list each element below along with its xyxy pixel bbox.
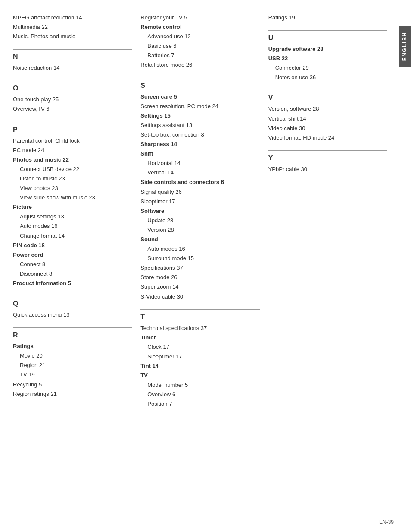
entry-1-0-5: Retail store mode 26 [140, 60, 259, 70]
entry-1-1-5: Sharpness 14 [140, 140, 259, 149]
section-divider [268, 150, 387, 151]
entry-0-5-4: Recycling 5 [13, 380, 132, 389]
letter-heading-P: P [13, 126, 132, 134]
index-columns: MPEG artefact reduction 14Multimedia 22M… [13, 13, 402, 519]
entry-0-3-15: Product information 5 [13, 279, 132, 288]
entry-0-0-2: Music. Photos and music [13, 32, 132, 41]
entry-1-2-5: TV [140, 371, 259, 380]
entry-1-2-0: Technical specifications 37 [140, 324, 259, 333]
entry-0-4-0: Quick access menu 13 [13, 310, 132, 320]
entry-1-1-20: Super zoom 14 [140, 282, 259, 292]
entry-1-2-2: Clock 17 [140, 342, 259, 352]
entry-1-1-18: Specifications 37 [140, 263, 259, 273]
section-divider [13, 327, 132, 328]
entry-0-2-0: One-touch play 25 [13, 95, 132, 104]
entry-2-3-0: YPbPr cable 30 [268, 165, 387, 174]
page-number: EN-39 [379, 519, 394, 525]
entry-2-2-1: Vertical shift 14 [268, 114, 387, 124]
entry-0-2-1: Overview,TV 6 [13, 104, 132, 114]
section-0-0: MPEG artefact reduction 14Multimedia 22M… [13, 13, 132, 41]
section-divider [13, 296, 132, 296]
section-2-2: VVersion, software 28Vertical shift 14Vi… [268, 90, 387, 142]
section-0-5: RRatingsMovie 20Region 21TV 19Recycling … [13, 327, 132, 399]
entry-1-1-10: Signal quality 26 [140, 187, 259, 197]
entry-1-1-21: S-Video cable 30 [140, 292, 259, 302]
entry-1-2-8: Position 7 [140, 399, 259, 409]
section-2-1: UUpgrade software 28USB 22Connector 29No… [268, 30, 387, 82]
entry-1-1-7: Horizontal 14 [140, 159, 259, 168]
entry-1-1-16: Auto modes 16 [140, 244, 259, 254]
column-2: Ratings 19UUpgrade software 28USB 22Conn… [268, 13, 387, 519]
entry-1-0-0: Register your TV 5 [140, 13, 259, 22]
section-divider [140, 309, 259, 310]
entry-2-1-3: Notes on use 36 [268, 73, 387, 82]
column-0: MPEG artefact reduction 14Multimedia 22M… [13, 13, 140, 519]
entry-1-1-12: Software [140, 206, 259, 216]
letter-heading-S: S [140, 82, 259, 90]
entry-0-3-11: PIN code 18 [13, 241, 132, 250]
letter-heading-R: R [13, 331, 132, 339]
entry-2-0-0: Ratings 19 [268, 13, 387, 22]
column-1: Register your TV 5Remote controlAdvanced… [140, 13, 268, 519]
language-tab: ENGLISH [399, 26, 411, 67]
entry-0-5-3: TV 19 [13, 370, 132, 380]
entry-1-0-4: Batteries 7 [140, 51, 259, 60]
entry-0-3-6: View slide show with music 23 [13, 193, 132, 202]
entry-1-2-6: Model number 5 [140, 380, 259, 390]
entry-2-1-0: Upgrade software 28 [268, 44, 387, 54]
entry-1-1-14: Version 28 [140, 225, 259, 235]
entry-1-1-6: Shift [140, 149, 259, 159]
entry-1-1-2: Settings 15 [140, 111, 259, 121]
entry-1-0-1: Remote control [140, 22, 259, 32]
letter-heading-Q: Q [13, 300, 132, 308]
entry-0-3-3: Connect USB device 22 [13, 165, 132, 174]
entry-1-1-13: Update 28 [140, 216, 259, 225]
entry-0-3-10: Change format 14 [13, 231, 132, 241]
entry-1-2-1: Timer [140, 333, 259, 342]
section-divider [268, 30, 387, 31]
entry-1-0-3: Basic use 6 [140, 41, 259, 51]
entry-0-3-0: Parental control. Child lock [13, 136, 132, 146]
section-divider [268, 90, 387, 90]
section-0-1: NNoise reduction 14 [13, 49, 132, 73]
entry-1-1-1: Screen resolution, PC mode 24 [140, 102, 259, 111]
section-0-3: PParental control. Child lockPC mode 24P… [13, 122, 132, 289]
entry-0-0-1: Multimedia 22 [13, 22, 132, 32]
section-2-3: YYPbPr cable 30 [268, 150, 387, 174]
entry-1-2-3: Sleeptimer 17 [140, 352, 259, 361]
entry-0-3-7: Picture [13, 202, 132, 212]
entry-1-1-9: Side controls and connectors 6 [140, 177, 259, 187]
entry-0-5-5: Region ratings 21 [13, 389, 132, 399]
letter-heading-O: O [13, 84, 132, 92]
entry-1-2-4: Tint 14 [140, 361, 259, 371]
entry-1-0-2: Advanced use 12 [140, 32, 259, 41]
entry-0-3-14: Disconnect 8 [13, 269, 132, 279]
entry-1-1-0: Screen care 5 [140, 92, 259, 102]
section-divider [13, 81, 132, 81]
entry-0-3-1: PC mode 24 [13, 146, 132, 155]
letter-heading-Y: Y [268, 154, 387, 162]
entry-0-3-12: Power cord [13, 250, 132, 260]
entry-1-1-3: Settings assistant 13 [140, 121, 259, 130]
section-1-0: Register your TV 5Remote controlAdvanced… [140, 13, 259, 70]
entry-1-1-11: Sleeptimer 17 [140, 197, 259, 206]
entry-2-1-1: USB 22 [268, 54, 387, 63]
entry-0-5-2: Region 21 [13, 361, 132, 370]
entry-1-1-17: Surround mode 15 [140, 254, 259, 263]
entry-1-1-15: Sound [140, 235, 259, 244]
entry-1-1-8: Vertical 14 [140, 168, 259, 177]
entry-2-2-0: Version, software 28 [268, 104, 387, 114]
entry-0-5-1: Movie 20 [13, 351, 132, 361]
section-1-1: SScreen care 5Screen resolution, PC mode… [140, 78, 259, 302]
letter-heading-V: V [268, 94, 387, 102]
entry-1-1-4: Set-top box, connection 8 [140, 130, 259, 140]
section-divider [13, 49, 132, 50]
entry-0-3-4: Listen to music 23 [13, 174, 132, 184]
entry-0-3-2: Photos and music 22 [13, 155, 132, 165]
entry-0-3-5: View photos 23 [13, 184, 132, 193]
letter-heading-U: U [268, 34, 387, 42]
entry-0-3-13: Connect 8 [13, 260, 132, 269]
entry-2-2-2: Video cable 30 [268, 124, 387, 133]
entry-0-0-0: MPEG artefact reduction 14 [13, 13, 132, 22]
section-0-2: OOne-touch play 25Overview,TV 6 [13, 81, 132, 114]
